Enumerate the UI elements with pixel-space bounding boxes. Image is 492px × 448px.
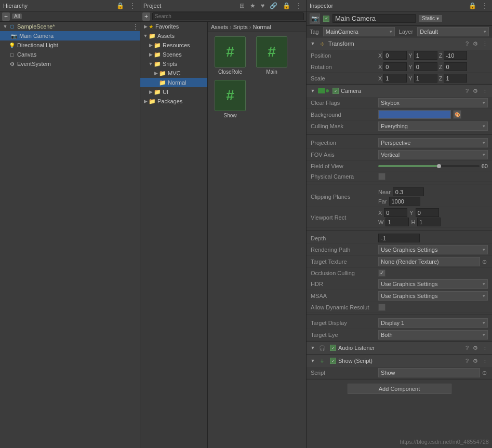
scale-y-input[interactable] — [414, 74, 437, 83]
tree-item-eventsystem[interactable]: ⚙ EventSystem — [0, 59, 140, 69]
folder-scenes[interactable]: ▶ 📁 Scenes — [140, 50, 207, 59]
breadcrumb-assets[interactable]: Assets — [211, 24, 228, 30]
project-icon-3[interactable]: ♥ — [260, 2, 265, 9]
camera-enable-checkbox[interactable] — [333, 88, 339, 94]
folder-packages[interactable]: ▶ 📁 Packages — [140, 97, 207, 106]
object-enable-checkbox[interactable] — [323, 16, 329, 22]
audio-settings-icon[interactable]: ⚙ — [472, 345, 479, 351]
hierarchy-lock-icon[interactable]: 🔒 — [115, 2, 125, 9]
inspector-lock-icon[interactable]: 🔒 — [468, 2, 477, 9]
script-menu-icon[interactable]: ⋮ — [481, 358, 489, 364]
background-color-field[interactable] — [378, 110, 451, 119]
camera-header[interactable]: ▼ Camera ? ⚙ ⋮ — [307, 85, 492, 97]
camera-menu-icon[interactable]: ⋮ — [481, 88, 489, 94]
rotation-z-input[interactable] — [444, 62, 467, 71]
fov-axis-dropdown[interactable]: Vertical ▾ — [378, 150, 488, 159]
script-field[interactable]: Show — [378, 368, 480, 377]
breadcrumb-sripts[interactable]: Sripts — [233, 24, 248, 30]
scale-x-input[interactable] — [383, 74, 407, 83]
target-eye-dropdown[interactable]: Both ▾ — [378, 330, 488, 340]
viewport-h-input[interactable] — [417, 218, 441, 226]
folder-assets[interactable]: ▼ 📁 Assets — [140, 31, 207, 40]
object-name-field[interactable] — [333, 14, 416, 23]
target-display-dropdown[interactable]: Display 1 ▾ — [378, 318, 488, 328]
project-search-input[interactable] — [152, 12, 304, 20]
scene-root-item[interactable]: ▼ ⬡ SampleScene* ⋮ — [0, 22, 140, 31]
target-texture-pick-icon[interactable]: ⊙ — [481, 259, 488, 265]
depth-input[interactable] — [378, 234, 420, 242]
fov-slider[interactable] — [378, 165, 480, 167]
msaa-dropdown[interactable]: Use Graphics Settings ▾ — [378, 291, 488, 301]
color-picker-button[interactable]: 🎨 — [453, 110, 461, 119]
clipping-near-input[interactable] — [393, 187, 424, 196]
transform-settings-icon[interactable]: ⚙ — [472, 40, 479, 47]
transform-help-icon[interactable]: ? — [464, 40, 470, 47]
clipping-far-input[interactable] — [389, 197, 420, 206]
rotation-x-label: X — [378, 64, 382, 70]
favorites-item[interactable]: ▶ ★ Favorites — [140, 22, 207, 31]
target-texture-dropdown[interactable]: None (Render Texture) — [378, 257, 480, 266]
add-component-button[interactable]: Add Component — [348, 384, 451, 394]
clear-flags-dropdown[interactable]: Skybox ▾ — [378, 98, 488, 107]
audio-help-icon[interactable]: ? — [464, 345, 470, 351]
projection-row: Projection Perspective ▾ — [307, 137, 492, 149]
tree-item-canvas[interactable]: □ Canvas — [0, 50, 140, 59]
audio-menu-icon[interactable]: ⋮ — [481, 345, 489, 351]
hdr-dropdown[interactable]: Use Graphics Settings ▾ — [378, 279, 488, 289]
folder-mvc[interactable]: ▶ 📁 MVC — [140, 69, 207, 78]
project-lock-icon[interactable]: 🔒 — [282, 2, 291, 9]
folder-resources[interactable]: ▶ 📁 Resources — [140, 40, 207, 50]
show-script-header[interactable]: ▼ # Show (Script) ? ⚙ ⋮ — [307, 355, 492, 367]
culling-mask-dropdown[interactable]: Everything ▾ — [378, 121, 488, 131]
tree-item-directional-light[interactable]: 💡 Directional Light — [0, 40, 140, 50]
viewport-y-input[interactable] — [416, 208, 439, 217]
asset-item-close-role[interactable]: # CloseRole — [212, 36, 248, 75]
folder-ui[interactable]: ▶ 📁 UI — [140, 87, 207, 97]
project-icon-4[interactable]: 🔗 — [269, 2, 278, 9]
project-menu-icon[interactable]: ⋮ — [295, 2, 303, 9]
projection-dropdown[interactable]: Perspective ▾ — [378, 138, 488, 147]
viewport-x-input[interactable] — [384, 208, 407, 217]
scale-z-input[interactable] — [444, 74, 467, 83]
folder-sripts[interactable]: ▼ 📁 Sripts — [140, 59, 207, 69]
inspector-menu-icon[interactable]: ⋮ — [481, 2, 489, 9]
tree-item-main-camera[interactable]: 📷 Main Camera — [0, 31, 140, 40]
project-icon-1[interactable]: ⊞ — [238, 2, 246, 9]
layer-dropdown[interactable]: Default ▾ — [417, 27, 489, 36]
rotation-y-input[interactable] — [414, 62, 437, 71]
hierarchy-menu-icon[interactable]: ⋮ — [128, 2, 137, 9]
tag-dropdown[interactable]: MainCamera ▾ — [323, 27, 395, 36]
camera-help-icon[interactable]: ? — [464, 88, 470, 94]
rotation-x-input[interactable] — [383, 62, 407, 71]
project-add-button[interactable]: + — [142, 12, 150, 21]
rendering-path-dropdown[interactable]: Use Graphics Settings ▾ — [378, 245, 488, 254]
physical-camera-checkbox[interactable] — [378, 173, 385, 180]
scene-menu-icon[interactable]: ⋮ — [131, 23, 140, 30]
culling-mask-arrow-icon: ▾ — [483, 124, 485, 129]
script-enable-checkbox[interactable] — [330, 358, 336, 364]
folder-normal[interactable]: 📁 Normal — [140, 78, 207, 87]
position-y-input[interactable] — [414, 51, 437, 60]
script-help-icon[interactable]: ? — [464, 358, 470, 364]
msaa-value: Use Graphics Settings — [381, 293, 437, 299]
asset-item-main[interactable]: # Main — [254, 36, 290, 75]
script-pick-icon[interactable]: ⊙ — [481, 370, 488, 376]
position-z-input[interactable] — [444, 51, 467, 60]
audio-enable-checkbox[interactable] — [330, 345, 336, 351]
all-tag[interactable]: All — [12, 13, 22, 19]
project-icon-2[interactable]: ★ — [249, 2, 257, 9]
asset-item-show[interactable]: # Show — [212, 80, 248, 118]
breadcrumb-normal[interactable]: Normal — [252, 24, 271, 30]
allow-dynamic-checkbox[interactable] — [378, 304, 385, 311]
camera-settings-icon[interactable]: ⚙ — [472, 88, 479, 94]
static-button[interactable]: Static ▾ — [419, 15, 442, 22]
position-row: Position X Y Z — [307, 50, 492, 61]
transform-header[interactable]: ▼ ⊹ Transform ? ⚙ ⋮ — [307, 37, 492, 50]
audio-listener-header[interactable]: ▼ 🎧 Audio Listener ? ⚙ ⋮ — [307, 342, 492, 354]
script-settings-icon[interactable]: ⚙ — [472, 358, 479, 364]
occlusion-culling-checkbox[interactable] — [378, 269, 385, 277]
transform-menu-icon[interactable]: ⋮ — [481, 40, 489, 47]
position-x-input[interactable] — [383, 51, 407, 60]
hierarchy-add-button[interactable]: + — [2, 12, 10, 21]
viewport-w-input[interactable] — [385, 218, 409, 226]
